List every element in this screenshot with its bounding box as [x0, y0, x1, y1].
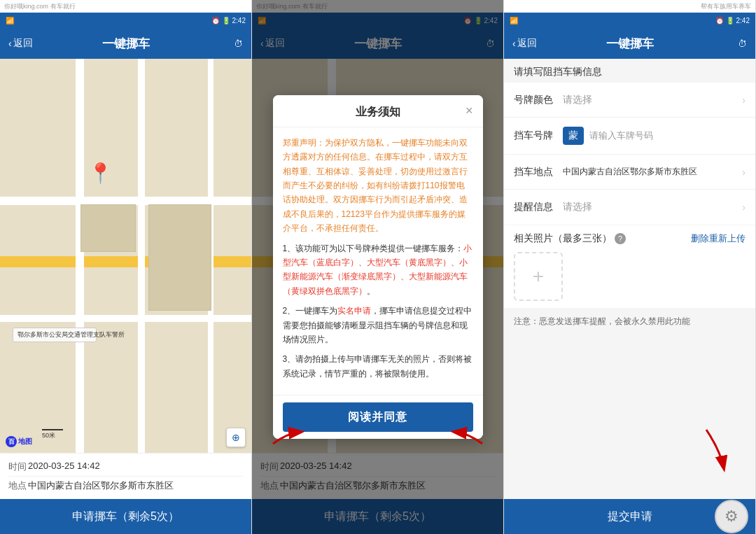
nav-bar-3: ‹ 返回 一键挪车 ⏱	[504, 28, 755, 59]
scale-line-1	[42, 429, 63, 430]
location-button-1[interactable]: ⊕	[226, 428, 246, 447]
page-title-1: 一键挪车	[102, 36, 150, 52]
alarm-icon-3: ⏰	[715, 17, 724, 24]
modal-box: 业务须知 × 郑重声明：为保护双方隐私，一键挪车功能未向双方透露对方的任何信息。…	[273, 95, 483, 439]
agree-button[interactable]: 阅读并同意	[283, 402, 473, 432]
gear-logo-container: ⚙	[715, 500, 748, 533]
modal-title: 业务须知	[356, 105, 400, 120]
photo-section-header: 相关照片（最多三张） ? 删除重新上传	[514, 232, 746, 245]
photo-add-button[interactable]: +	[514, 252, 563, 301]
nav-bar-1: ‹ 返回 一键挪车 ⏱	[0, 28, 251, 59]
plate-province: 蒙	[563, 127, 584, 145]
time-label-1: 时间	[8, 461, 28, 473]
signal-icon-3: 📶	[510, 17, 518, 24]
block-1	[80, 204, 136, 252]
clock-icon-3: ⏱	[738, 38, 747, 49]
alarm-icon: ⏰	[211, 17, 220, 24]
plus-icon: +	[533, 265, 544, 288]
modal-overlay: 业务须知 × 郑重声明：为保护双方隐私，一键挪车功能未向双方透露对方的任何信息。…	[252, 0, 503, 534]
battery-icon: 🔋	[222, 17, 230, 24]
time-display-1: 2:42	[232, 17, 246, 24]
location-label: 挡车地点	[514, 166, 563, 178]
nav-clock-3: ⏱	[738, 38, 747, 49]
form-group-1: 号牌颜色 请选择 › 挡车号牌 蒙 请输入车牌号码 挡车地点 中国内蒙古自治区鄂…	[504, 83, 755, 225]
chevron-left-icon-1: ‹	[8, 38, 12, 49]
remind-arrow: ›	[742, 202, 746, 213]
notice-text: 注意：恶意发送挪车提醒，会被永久禁用此功能	[504, 309, 755, 335]
modal-body: 郑重声明：为保护双方隐私，一键挪车功能未向双方透露对方的任何信息。在挪车过程中，…	[273, 127, 483, 395]
bottom-logo-area: ⚙	[671, 499, 755, 534]
back-button-1[interactable]: ‹ 返回	[8, 37, 33, 50]
signal-icon: 📶	[6, 17, 14, 24]
back-button-3[interactable]: ‹ 返回	[512, 37, 537, 50]
modal-footer: 阅读并同意	[273, 395, 483, 439]
form-row-location[interactable]: 挡车地点 中国内蒙古自治区鄂尔多斯市东胜区 ›	[504, 155, 755, 190]
form-row-plate[interactable]: 挡车号牌 蒙 请输入车牌号码	[504, 118, 755, 155]
status-right-1: ⏰ 🔋 2:42	[211, 17, 246, 24]
info-area-1: 时间 2020-03-25 14:42 地点 中国内蒙古自治区鄂尔多斯市东胜区	[0, 453, 251, 499]
photo-help-icon[interactable]: ?	[615, 233, 626, 244]
status-bar-1: 📶 ⏰ 🔋 2:42	[0, 13, 251, 28]
brand-text-3: 帮有车族用车养车	[701, 2, 751, 11]
map-pin-1: 📍	[88, 162, 113, 185]
plate-input[interactable]: 请输入车牌号码	[589, 129, 653, 142]
form-row-color[interactable]: 号牌颜色 请选择 ›	[504, 83, 755, 118]
form-section-title: 请填写阻挡车辆信息	[504, 59, 755, 83]
map-area-1: 📍 鄂尔多斯市公安局交通管理支队车警所 百 地图 50米 ⊕	[0, 59, 251, 453]
photo-delete-button[interactable]: 删除重新上传	[691, 232, 746, 245]
scale-text-1: 50米	[42, 431, 55, 440]
time-display-3: 2:42	[736, 17, 750, 24]
map-label-1: 鄂尔多斯市公安局交通管理支队车警所	[13, 328, 97, 342]
place-value-1: 中国内蒙古自治区鄂尔多斯市东胜区	[28, 479, 243, 492]
scale-bar-1: 50米	[42, 429, 63, 440]
status-left-3: 📶	[510, 17, 518, 24]
modal-section-2: 2、一键挪车为实名申请，挪车申请信息提交过程中需要您拍摄能够清晰显示阻挡车辆的号…	[283, 304, 473, 346]
remind-value: 请选择	[563, 201, 742, 213]
road-v2	[138, 59, 145, 453]
modal-section-3: 3、请勿拍摄上传与申请挪车无关的照片，否则将被系统记录，情节严重的，将被限制使用…	[283, 352, 473, 381]
color-arrow: ›	[742, 94, 746, 106]
location-value: 中国内蒙古自治区鄂尔多斯市东胜区	[563, 166, 742, 178]
nav-clock-1: ⏱	[234, 38, 243, 49]
modal-section-1: 1、该功能可为以下号牌种类提供一键挪车服务：小型汽车（蓝底白字）、大型汽车（黄底…	[283, 241, 473, 299]
photo-label: 相关照片（最多三张） ?	[514, 232, 626, 245]
location-arrow: ›	[742, 167, 746, 178]
color-label: 号牌颜色	[514, 94, 563, 106]
baidu-logo-1: 百 地图	[6, 436, 32, 447]
status-bar-3: 📶 ⏰ 🔋 2:42	[504, 13, 755, 28]
clock-icon-1: ⏱	[234, 38, 243, 49]
color-value: 请选择	[563, 94, 742, 106]
modal-close-button[interactable]: ×	[465, 104, 473, 118]
time-value-1: 2020-03-25 14:42	[28, 461, 243, 471]
form-area: 请填写阻挡车辆信息 号牌颜色 请选择 › 挡车号牌 蒙 请输入车牌号码	[504, 59, 755, 499]
place-label-1: 地点	[8, 479, 28, 492]
page-title-3: 一键挪车	[606, 36, 654, 52]
road-v1	[76, 59, 84, 453]
panels-wrapper: 你好哦king.com 有车就行 📶 ⏰ 🔋 2:42 ‹ 返回 一键挪车 ⏱	[0, 0, 756, 534]
modal-header: 业务须知 ×	[273, 95, 483, 127]
remind-label: 提醒信息	[514, 201, 563, 213]
panel-2: 你好哦king.com 有车就行 📶 ⏰ 🔋 2:42 ‹ 返回 一键挪车 ⏱	[252, 0, 504, 534]
brand-strip-3: 帮有车族用车养车	[504, 0, 755, 13]
apply-button-1[interactable]: 申请挪车（剩余5次）	[0, 499, 251, 534]
brand-text-1: 你好哦king.com 有车就行	[4, 2, 76, 11]
plate-input-row: 蒙 请输入车牌号码	[563, 127, 653, 145]
battery-icon-3: 🔋	[726, 17, 734, 24]
panel-3: 帮有车族用车养车 📶 ⏰ 🔋 2:42 ‹ 返回 一键挪车 ⏱	[504, 0, 756, 534]
chevron-left-icon-3: ‹	[512, 38, 516, 49]
block-2	[148, 204, 211, 311]
plate-label: 挡车号牌	[514, 129, 563, 142]
status-right-3: ⏰ 🔋 2:42	[715, 17, 750, 24]
panel-1: 你好哦king.com 有车就行 📶 ⏰ 🔋 2:42 ‹ 返回 一键挪车 ⏱	[0, 0, 252, 534]
photo-section: 相关照片（最多三张） ? 删除重新上传 +	[504, 225, 755, 308]
form-row-remind[interactable]: 提醒信息 请选择 ›	[504, 190, 755, 225]
info-row-time-1: 时间 2020-03-25 14:42	[8, 458, 243, 477]
brand-strip-1: 你好哦king.com 有车就行	[0, 0, 251, 13]
gear-icon: ⚙	[715, 500, 748, 533]
info-row-place-1: 地点 中国内蒙古自治区鄂尔多斯市东胜区	[8, 477, 243, 495]
baidu-icon-1: 百	[6, 436, 17, 447]
modal-paragraph-1: 郑重声明：为保护双方隐私，一键挪车功能未向双方透露对方的任何信息。在挪车过程中，…	[283, 136, 473, 236]
status-left-1: 📶	[6, 17, 14, 24]
